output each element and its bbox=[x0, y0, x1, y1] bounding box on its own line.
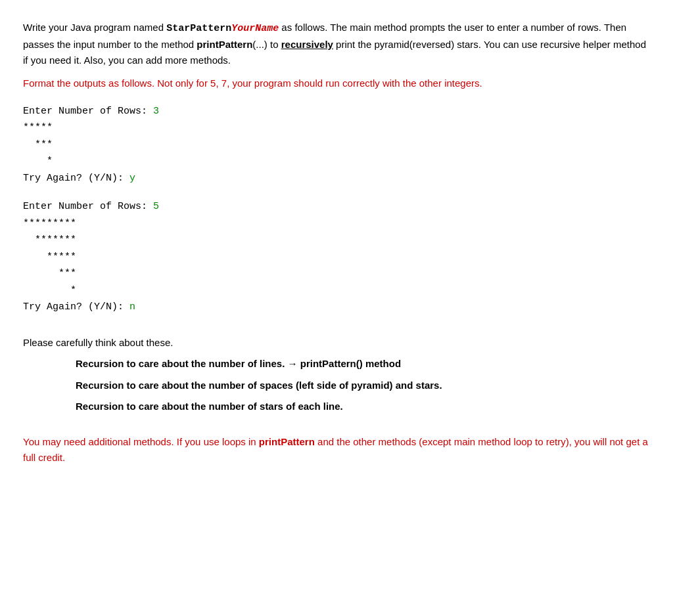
recursive-label: recursively bbox=[281, 39, 333, 50]
example2-try-answer: n bbox=[129, 301, 135, 313]
example1-prompt-line: Enter Number of Rows: 3 bbox=[23, 103, 650, 120]
example2-line3: ***** bbox=[23, 249, 650, 266]
classname-italic-red: YourName bbox=[231, 23, 279, 34]
example2-try-again: Try Again? (Y/N): n bbox=[23, 299, 650, 316]
example1-line1: ***** bbox=[23, 120, 650, 137]
example2-line2: ******* bbox=[23, 232, 650, 249]
hint-intro: Please carefully think about these. bbox=[23, 336, 650, 351]
example2-block: Enter Number of Rows: 5 ********* ******… bbox=[23, 198, 650, 316]
intro-text1: Write your Java program named bbox=[23, 22, 166, 33]
hint-item-1: Recursion to care about the number of li… bbox=[76, 357, 650, 372]
example1-try-again: Try Again? (Y/N): y bbox=[23, 170, 650, 187]
example1-number: 3 bbox=[153, 106, 159, 117]
intro-text3: (...) to bbox=[252, 39, 281, 50]
example2-number: 5 bbox=[153, 201, 159, 212]
example1-line2: *** bbox=[23, 137, 650, 154]
example2-line5: * bbox=[23, 282, 650, 299]
example1-block: Enter Number of Rows: 3 ***** *** * Try … bbox=[23, 103, 650, 187]
red-note: Format the outputs as follows. Not only … bbox=[23, 76, 650, 91]
intro-paragraph: Write your Java program named StarPatter… bbox=[23, 20, 650, 68]
hint-item-3: Recursion to care about the number of st… bbox=[76, 399, 650, 414]
example2-line4: *** bbox=[23, 265, 650, 282]
example2-line1: ********* bbox=[23, 215, 650, 232]
hint-section: Please carefully think about these. Recu… bbox=[23, 336, 650, 414]
bottom-note-text1: You may need additional methods. If you … bbox=[23, 436, 259, 447]
example1-try-prompt: Try Again? (Y/N): bbox=[23, 173, 129, 184]
bottom-note-bold: printPattern bbox=[259, 436, 315, 447]
example1-prompt: Enter Number of Rows: bbox=[23, 106, 153, 117]
hint-item-1-text: Recursion to care about the number of li… bbox=[76, 357, 401, 372]
example1-line3: * bbox=[23, 153, 650, 170]
method-bold: printPattern bbox=[197, 39, 252, 50]
classname-bold: StarPattern bbox=[166, 23, 231, 34]
hint-item-2-text: Recursion to care about the number of sp… bbox=[76, 378, 442, 393]
hint-list: Recursion to care about the number of li… bbox=[76, 357, 650, 414]
hint-item-3-text: Recursion to care about the number of st… bbox=[76, 399, 343, 414]
example2-try-prompt: Try Again? (Y/N): bbox=[23, 301, 129, 313]
example2-prompt-line: Enter Number of Rows: 5 bbox=[23, 198, 650, 215]
bottom-note: You may need additional methods. If you … bbox=[23, 434, 650, 466]
hint-item-2: Recursion to care about the number of sp… bbox=[76, 378, 650, 393]
example1-try-answer: y bbox=[129, 173, 135, 184]
example2-prompt: Enter Number of Rows: bbox=[23, 201, 153, 212]
